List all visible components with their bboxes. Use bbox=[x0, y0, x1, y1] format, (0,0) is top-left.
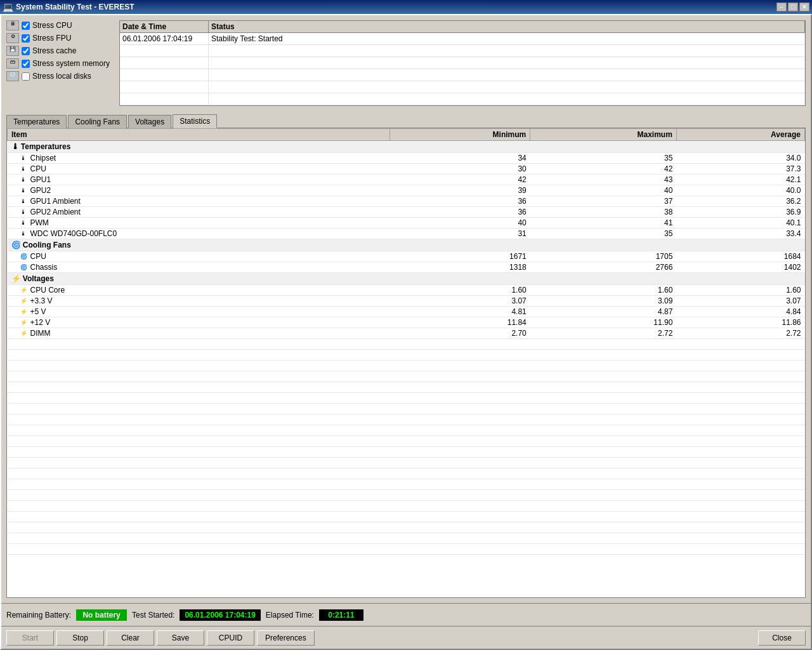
stats-table: Item Minimum Maximum Average 🌡 Temperatu… bbox=[7, 128, 805, 555]
stats-row-max: 1.60 bbox=[530, 285, 677, 296]
table-row: 🌡PWM404140.1 bbox=[8, 218, 805, 229]
table-row: ⚡+12 V11.8411.9011.86 bbox=[8, 317, 805, 328]
close-window-button[interactable]: ✕ bbox=[799, 3, 809, 11]
stats-row-name: ⚡+3.3 V bbox=[8, 296, 390, 307]
table-row-empty bbox=[8, 512, 805, 522]
stats-row-max: 1705 bbox=[530, 251, 677, 262]
table-row-empty bbox=[8, 479, 805, 490]
elapsed-time-value: 0:21:11 bbox=[319, 609, 363, 621]
start-button[interactable]: Start bbox=[6, 630, 54, 646]
close-button[interactable]: Close bbox=[758, 630, 806, 646]
app-icon: 💻 bbox=[3, 2, 13, 12]
stats-row-max: 43 bbox=[530, 175, 677, 185]
table-row: 🌡GPU1 Ambient363736.2 bbox=[8, 196, 805, 207]
stats-row-max: 38 bbox=[530, 207, 677, 218]
row-icon: 🌡 bbox=[20, 166, 29, 173]
tab-voltages[interactable]: Voltages bbox=[128, 115, 171, 128]
stats-row-name: ⚡+5 V bbox=[8, 307, 390, 317]
row-icon: ⚡ bbox=[20, 308, 29, 316]
stats-row-name: ⚡DIMM bbox=[8, 328, 390, 339]
stress-disks-label[interactable]: Stress local disks bbox=[32, 72, 91, 81]
remaining-battery-value: No battery bbox=[76, 609, 127, 621]
tab-statistics[interactable]: Statistics bbox=[173, 114, 217, 128]
stress-cpu-checkbox[interactable] bbox=[22, 22, 30, 30]
stats-row-avg: 1684 bbox=[676, 251, 804, 262]
clear-button[interactable]: Clear bbox=[107, 630, 154, 646]
table-row-empty bbox=[8, 522, 805, 533]
stress-disks-checkbox[interactable] bbox=[22, 72, 30, 81]
stress-fpu-label[interactable]: Stress FPU bbox=[32, 34, 71, 43]
stats-row-min: 31 bbox=[390, 229, 530, 239]
stress-options: 🖥 Stress CPU ⚙ Stress FPU 💾 Stress cache… bbox=[6, 20, 114, 106]
stats-section-voltages: ⚡ Voltages bbox=[8, 273, 805, 285]
log-header-status: Status bbox=[209, 21, 805, 32]
stats-row-name: 🌀Chassis bbox=[8, 262, 390, 273]
titlebar-title: System Stability Test - EVEREST bbox=[16, 3, 776, 11]
row-icon: 🌡 bbox=[20, 187, 29, 195]
stop-button[interactable]: Stop bbox=[56, 630, 104, 646]
log-datetime: 06.01.2006 17:04:19 bbox=[120, 33, 209, 44]
stress-sysmem-label[interactable]: Stress system memory bbox=[32, 59, 110, 68]
table-row: ⚡+3.3 V3.073.093.07 bbox=[8, 296, 805, 307]
save-button[interactable]: Save bbox=[157, 630, 204, 646]
log-row-empty-4 bbox=[120, 81, 805, 93]
stats-row-max: 41 bbox=[530, 218, 677, 229]
row-icon: 🌡 bbox=[20, 209, 29, 216]
stats-row-min: 3.07 bbox=[390, 296, 530, 307]
tab-cooling-fans[interactable]: Cooling Fans bbox=[68, 115, 127, 128]
table-row: ⚡CPU Core1.601.601.60 bbox=[8, 285, 805, 296]
stats-row-max: 35 bbox=[530, 153, 677, 164]
log-header-datetime: Date & Time bbox=[120, 21, 209, 32]
table-row: 🌡GPU2394040.0 bbox=[8, 185, 805, 196]
stats-row-min: 4.81 bbox=[390, 307, 530, 317]
stress-cpu-label[interactable]: Stress CPU bbox=[32, 21, 72, 30]
stats-row-name: 🌡CPU bbox=[8, 164, 390, 175]
stats-row-min: 2.70 bbox=[390, 328, 530, 339]
stats-row-max: 40 bbox=[530, 185, 677, 196]
row-icon: 🌡 bbox=[20, 198, 29, 206]
stats-col-avg: Average bbox=[676, 129, 804, 141]
table-row-empty bbox=[8, 501, 805, 512]
stats-row-avg: 4.84 bbox=[676, 307, 804, 317]
log-row-empty-1 bbox=[120, 45, 805, 57]
table-row-empty bbox=[8, 404, 805, 415]
sysmem-icon: 🗃 bbox=[6, 58, 19, 69]
log-header: Date & Time Status bbox=[120, 21, 805, 33]
stats-row-name: ⚡CPU Core bbox=[8, 285, 390, 296]
stress-fpu-checkbox[interactable] bbox=[22, 34, 30, 43]
table-row: 🌀Chassis131827661402 bbox=[8, 262, 805, 273]
stats-row-avg: 42.1 bbox=[676, 175, 804, 185]
restore-button[interactable]: □ bbox=[788, 3, 798, 11]
preferences-button[interactable]: Preferences bbox=[257, 630, 315, 646]
minimize-button[interactable]: – bbox=[776, 3, 787, 11]
titlebar: 💻 System Stability Test - EVEREST – □ ✕ bbox=[0, 0, 812, 14]
table-row: 🌡Chipset343534.0 bbox=[8, 153, 805, 164]
table-row-empty bbox=[8, 393, 805, 404]
stats-row-avg: 40.0 bbox=[676, 185, 804, 196]
tab-temperatures[interactable]: Temperatures bbox=[6, 115, 67, 128]
cpuid-button[interactable]: CPUID bbox=[207, 630, 254, 646]
stress-sysmem-checkbox[interactable] bbox=[22, 60, 30, 68]
stress-cache-checkbox[interactable] bbox=[22, 47, 30, 55]
table-row-empty bbox=[8, 361, 805, 371]
cpu-icon: 🖥 bbox=[6, 20, 19, 30]
stats-row-avg: 34.0 bbox=[676, 153, 804, 164]
stats-row-name: 🌡GPU1 Ambient bbox=[8, 196, 390, 207]
row-icon: ⚡ bbox=[20, 330, 29, 338]
stats-row-name: 🌀CPU bbox=[8, 251, 390, 262]
disk-icon: 💿 bbox=[6, 71, 19, 81]
stats-row-min: 40 bbox=[390, 218, 530, 229]
main-window: 🖥 Stress CPU ⚙ Stress FPU 💾 Stress cache… bbox=[0, 14, 812, 650]
stats-row-avg: 1402 bbox=[676, 262, 804, 273]
stats-section-temperatures: 🌡 Temperatures bbox=[8, 141, 805, 153]
table-row: 🌡GPU2 Ambient363836.9 bbox=[8, 207, 805, 218]
log-row-empty-3 bbox=[120, 69, 805, 81]
log-row: 06.01.2006 17:04:19 Stability Test: Star… bbox=[120, 33, 805, 45]
stats-row-min: 1318 bbox=[390, 262, 530, 273]
table-row-empty bbox=[8, 436, 805, 447]
stress-cache-label[interactable]: Stress cache bbox=[32, 46, 76, 55]
row-icon: 🌡 bbox=[20, 230, 29, 238]
stats-col-max: Maximum bbox=[530, 129, 677, 141]
stats-col-item: Item bbox=[8, 129, 390, 141]
stats-row-max: 2.72 bbox=[530, 328, 677, 339]
